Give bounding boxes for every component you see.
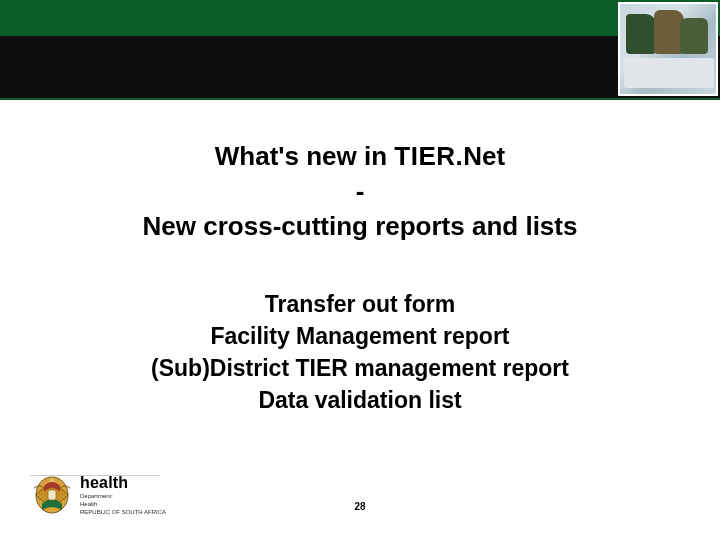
slide: What's new in TIER.Net - New cross-cutti… xyxy=(0,0,720,540)
page-number: 28 xyxy=(0,501,720,512)
title-dash: - xyxy=(60,174,660,208)
list-item: (Sub)District TIER management report xyxy=(60,352,660,384)
title-line-2: New cross-cutting reports and lists xyxy=(60,208,660,244)
header-photo xyxy=(618,2,718,96)
photo-shape xyxy=(626,14,656,54)
title-text-tier: TIER. xyxy=(394,141,463,171)
items-block: Transfer out form Facility Management re… xyxy=(60,288,660,416)
list-item: Transfer out form xyxy=(60,288,660,320)
photo-shape xyxy=(624,58,714,88)
svg-rect-1 xyxy=(48,490,56,500)
footer-dept-line: Department: xyxy=(80,492,166,500)
title-text-net: Net xyxy=(463,141,505,171)
title-text-prefix: What's new in xyxy=(215,141,395,171)
photo-shape xyxy=(680,18,708,54)
header xyxy=(0,0,720,100)
list-item: Data validation list xyxy=(60,384,660,416)
header-green-bar xyxy=(0,0,720,36)
title-block: What's new in TIER.Net - New cross-cutti… xyxy=(60,138,660,244)
list-item: Facility Management report xyxy=(60,320,660,352)
header-green-underline xyxy=(0,98,720,100)
footer-health-label: health xyxy=(80,474,166,492)
title-line-1: What's new in TIER.Net xyxy=(60,138,660,174)
